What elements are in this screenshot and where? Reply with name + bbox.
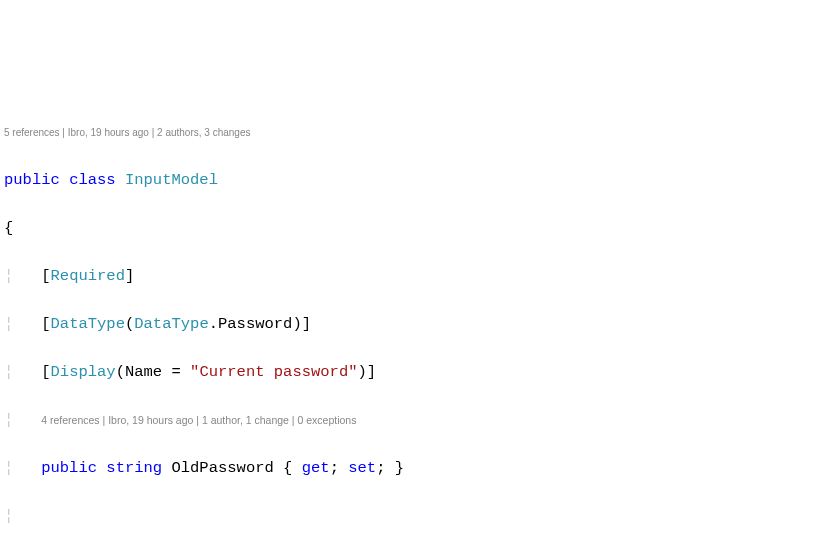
brace-open: { <box>4 216 832 240</box>
codelens-oldpassword[interactable]: 4 references | Ibro, 19 hours ago | 1 au… <box>41 413 356 429</box>
prop-oldpassword: OldPassword <box>171 459 273 477</box>
attr-datatype: DataType <box>51 315 125 333</box>
keyword-string: string <box>106 459 162 477</box>
attr-required: Required <box>51 267 125 285</box>
keyword-get: get <box>302 459 330 477</box>
code-editor[interactable]: 5 references | Ibro, 19 hours ago | 2 au… <box>0 96 832 543</box>
attr-display: Display <box>51 363 116 381</box>
display-param: Name <box>125 363 162 381</box>
keyword-public: public <box>4 171 60 189</box>
class-name: InputModel <box>125 171 218 189</box>
codelens-class[interactable]: 5 references | Ibro, 19 hours ago | 2 au… <box>4 127 250 138</box>
enum-member-password: Password <box>218 315 292 333</box>
class-declaration: public class InputModel <box>4 168 832 192</box>
enum-datatype: DataType <box>134 315 208 333</box>
keyword-public: public <box>41 459 97 477</box>
keyword-set: set <box>348 459 376 477</box>
string-current-password: "Current password" <box>190 363 357 381</box>
keyword-class: class <box>69 171 116 189</box>
